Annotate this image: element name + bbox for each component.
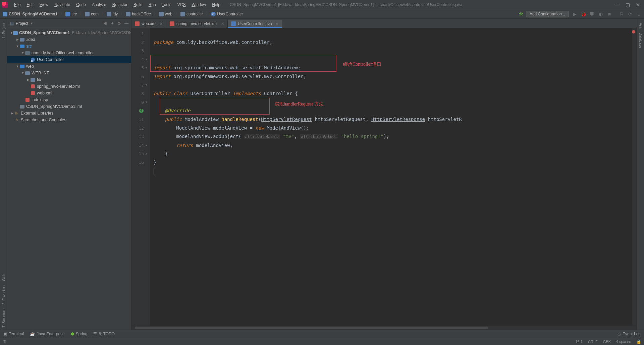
- tree-row[interactable]: spring_mvc-servlet.xml: [7, 83, 131, 90]
- line-number[interactable]: 12: [131, 124, 144, 133]
- tree-row[interactable]: web.xml: [7, 90, 131, 96]
- horizontal-scrollbar[interactable]: [131, 326, 637, 330]
- menu-run[interactable]: Run: [146, 1, 159, 8]
- tree-row[interactable]: ▼WEB-INF: [7, 70, 131, 76]
- tool-stripe-database[interactable]: Database: [639, 32, 643, 48]
- update-icon[interactable]: ⟳: [627, 11, 633, 17]
- expand-icon[interactable]: ✦: [111, 21, 114, 26]
- settings-icon[interactable]: ⚙: [117, 21, 121, 26]
- stop-icon[interactable]: ■: [606, 11, 612, 17]
- menu-help[interactable]: Help: [209, 1, 223, 8]
- editor-tab[interactable]: spring_mvc-servlet.xml✕: [166, 20, 228, 28]
- line-number[interactable]: 6: [131, 72, 144, 81]
- tool-stripe-structure[interactable]: 7: Structure: [2, 308, 6, 328]
- breadcrumb-item[interactable]: web: [158, 11, 174, 17]
- add-configuration-button[interactable]: Add Configuration...: [526, 11, 569, 17]
- tree-twisty-icon[interactable]: ▼: [21, 70, 25, 76]
- debug-icon[interactable]: 🐞: [580, 11, 586, 17]
- event-log-tab[interactable]: ◌Event Log: [618, 332, 641, 336]
- tool-stripe-project[interactable]: 1: Project: [2, 23, 6, 38]
- line-number[interactable]: 2: [131, 38, 144, 47]
- profiler-icon[interactable]: ◐: [598, 11, 604, 17]
- toolwindow-toggle-icon[interactable]: ◫: [3, 339, 6, 344]
- menu-view[interactable]: View: [37, 1, 51, 8]
- menu-refactor[interactable]: Refactor: [110, 1, 130, 8]
- tree-twisty-icon[interactable]: ▼: [15, 63, 19, 70]
- tree-row[interactable]: ▼CSDN_SpringMVCDemo1E:\Java_Idea\SpringM…: [7, 29, 131, 36]
- tree-twisty-icon[interactable]: ▼: [21, 50, 25, 56]
- tree-twisty-icon[interactable]: ▶: [15, 36, 19, 43]
- tree-twisty-icon[interactable]: ▶: [10, 110, 14, 117]
- tab-close-icon[interactable]: ✕: [275, 22, 278, 26]
- tree-row[interactable]: CUserController: [7, 56, 131, 63]
- tree-twisty-icon[interactable]: ▼: [10, 29, 13, 36]
- menu-analyze[interactable]: Analyze: [89, 1, 109, 8]
- line-number[interactable]: 16: [131, 158, 144, 167]
- menu-vcs[interactable]: VCS: [175, 1, 189, 8]
- override-gutter-icon[interactable]: O: [139, 109, 143, 113]
- line-number[interactable]: 5▼: [131, 64, 144, 72]
- tab-close-icon[interactable]: ✕: [160, 22, 163, 26]
- menu-edit[interactable]: Edit: [24, 1, 36, 8]
- line-number[interactable]: 9▼: [131, 98, 144, 107]
- line-number[interactable]: 7▼: [131, 81, 144, 90]
- tree-row[interactable]: ▶lib: [7, 76, 131, 83]
- tree-row[interactable]: ✎Scratches and Consoles: [7, 117, 131, 123]
- breadcrumb-item[interactable]: controller: [180, 11, 205, 17]
- lock-icon[interactable]: 🔒: [636, 339, 641, 344]
- breadcrumb-item[interactable]: ldy: [106, 11, 120, 17]
- breadcrumb-item[interactable]: backOffice: [125, 11, 153, 17]
- indent[interactable]: 4 spaces: [616, 340, 631, 344]
- line-number[interactable]: 3: [131, 47, 144, 55]
- line-number[interactable]: 4▼: [131, 55, 144, 64]
- build-icon[interactable]: ⚒: [519, 11, 523, 17]
- git-icon[interactable]: ⎘: [619, 11, 625, 17]
- tree-row[interactable]: ▼com.ldy.backOffice.web.controller: [7, 50, 131, 56]
- line-number[interactable]: 13: [131, 132, 144, 141]
- tree-row[interactable]: ▶⊪External Libraries: [7, 110, 131, 117]
- tool-stripe-ant[interactable]: Ant: [639, 23, 643, 28]
- error-indicator-icon[interactable]: [632, 30, 635, 33]
- dropdown-icon[interactable]: ▼: [30, 22, 33, 25]
- fold-icon[interactable]: ▼: [146, 81, 147, 90]
- tree-twisty-icon[interactable]: ▶: [26, 76, 30, 83]
- breadcrumb-item[interactable]: CUserController: [210, 11, 245, 17]
- project-tree[interactable]: ▼CSDN_SpringMVCDemo1E:\Java_Idea\SpringM…: [7, 28, 131, 330]
- breadcrumb-item[interactable]: com: [84, 11, 101, 17]
- fold-icon[interactable]: ▲: [146, 149, 147, 158]
- line-number[interactable]: 11: [131, 115, 144, 124]
- fold-icon[interactable]: ▲: [146, 141, 147, 150]
- spring-tab[interactable]: ⬢Spring: [71, 332, 88, 336]
- tree-twisty-icon[interactable]: ▼: [15, 43, 19, 50]
- menu-build[interactable]: Build: [131, 1, 145, 8]
- line-number[interactable]: 8: [131, 89, 144, 98]
- line-ending[interactable]: CRLF: [588, 340, 598, 344]
- menu-navigate[interactable]: Navigate: [52, 1, 73, 8]
- scrollbar-thumb[interactable]: [135, 327, 488, 329]
- minimize-icon[interactable]: —: [615, 2, 620, 7]
- maximize-icon[interactable]: ▢: [626, 2, 630, 7]
- editor-tab[interactable]: web.xml✕: [131, 20, 166, 28]
- editor-tab[interactable]: UserController.java✕: [228, 20, 282, 28]
- coverage-icon[interactable]: ⛊: [589, 11, 595, 17]
- tool-stripe-favorites[interactable]: 2: Favorites: [2, 285, 6, 304]
- tree-row[interactable]: ▶.idea: [7, 36, 131, 43]
- sidebar-title[interactable]: Project: [16, 21, 28, 26]
- line-number[interactable]: 15▲: [131, 149, 144, 158]
- line-number[interactable]: 14▲: [131, 141, 144, 150]
- tree-row[interactable]: ▼src: [7, 43, 131, 50]
- caret-position[interactable]: 16:1: [576, 340, 583, 344]
- menu-file[interactable]: File: [11, 1, 23, 8]
- tree-row[interactable]: CSDN_SpringMVCDemo1.iml: [7, 103, 131, 110]
- breadcrumb-item[interactable]: src: [65, 11, 79, 17]
- fold-icon[interactable]: ▼: [146, 55, 147, 64]
- todo-tab[interactable]: ☲6: TODO: [93, 332, 115, 336]
- code-area[interactable]: package com.ldy.backOffice.web.controlle…: [150, 28, 632, 326]
- tree-row[interactable]: ▼web: [7, 63, 131, 70]
- close-icon[interactable]: ✕: [636, 2, 640, 7]
- tool-stripe-web[interactable]: Web: [2, 274, 6, 281]
- encoding[interactable]: GBK: [603, 340, 611, 344]
- fold-icon[interactable]: ▼: [146, 98, 147, 107]
- fold-icon[interactable]: ▼: [146, 64, 147, 72]
- tab-close-icon[interactable]: ✕: [221, 22, 224, 26]
